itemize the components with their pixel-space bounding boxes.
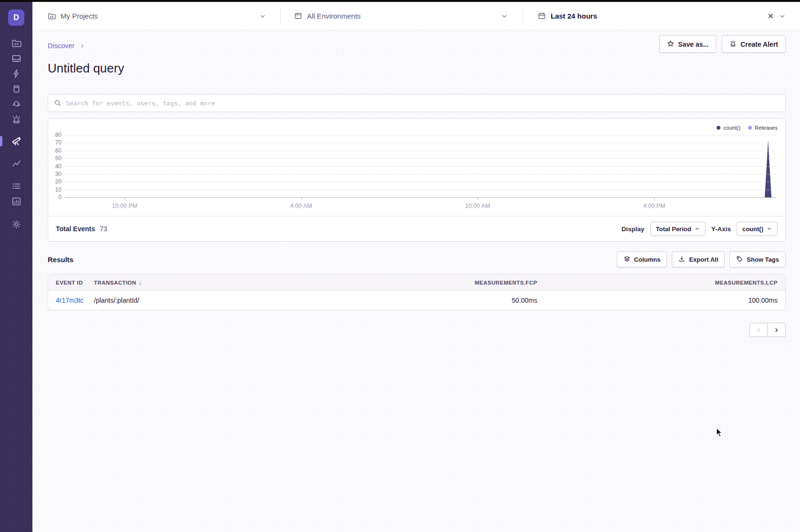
results-actions: Columns Export All Show Tags [617, 251, 786, 267]
gridline-y-30 [65, 174, 777, 174]
sort-descending-icon: ↓ [139, 279, 142, 286]
environment-selector-label: All Environments [307, 12, 361, 20]
gridline-y-10 [65, 190, 777, 190]
releases-series-dot-icon [748, 126, 752, 130]
siren-icon [729, 40, 737, 49]
sidebar-item-user-feedback[interactable] [0, 97, 32, 113]
export-all-label: Export All [689, 256, 718, 263]
sidebar-item-alerts[interactable] [0, 113, 32, 128]
content: Discover Untitled query Save as... Creat… [32, 31, 800, 532]
yaxis-label: Y-Axis [711, 225, 731, 233]
chart-section: count() Releases 01020304050607080 10:00… [48, 119, 785, 216]
chart-controls: Display Total Period Y-Axis count() [621, 222, 778, 236]
x-tick-mark [654, 197, 655, 200]
clear-date-close-icon[interactable] [767, 12, 774, 20]
gridline-y-40 [65, 166, 777, 167]
table-header-row: EVENT ID TRANSACTION ↓ MEASUREMENTS.FCP … [48, 275, 785, 291]
show-tags-button[interactable]: Show Tags [729, 251, 786, 267]
columns-button[interactable]: Columns [617, 251, 667, 267]
discover-telescope-icon [11, 135, 21, 147]
results-header-row: Results Columns Export All Show Tags [48, 251, 786, 267]
save-as-label: Save as... [678, 41, 708, 48]
projects-folder-code-icon [11, 38, 21, 50]
yaxis-select[interactable]: count() [737, 222, 778, 236]
issues-inbox-icon [11, 53, 21, 65]
activity-list-icon [11, 181, 21, 193]
columns-label: Columns [634, 256, 661, 263]
sidebar-item-performance[interactable] [0, 67, 32, 82]
chevron-down-icon[interactable] [779, 13, 786, 20]
header-actions: Save as... Create Alert [659, 35, 786, 53]
total-events-label: Total Events [56, 225, 95, 233]
create-alert-button[interactable]: Create Alert [722, 35, 786, 53]
column-header-transaction[interactable]: TRANSACTION ↓ [94, 279, 428, 286]
lcp-cell: 100.00ms [537, 291, 778, 310]
chevron-down-icon [767, 225, 772, 233]
topbar: My Projects All Environments Last 24 hou… [32, 2, 800, 31]
app: D [0, 2, 800, 532]
next-page-button[interactable] [768, 323, 786, 337]
environment-selector[interactable]: All Environments [281, 2, 523, 30]
sidebar-item-releases[interactable] [0, 82, 32, 97]
count-series-dot-icon [717, 126, 720, 130]
search-input[interactable] [66, 100, 779, 107]
display-select[interactable]: Total Period [650, 222, 706, 236]
tag-icon [736, 256, 743, 264]
page-title: Untitled query [48, 61, 786, 76]
chart-plot: 01020304050607080 10:00 PM4:00 AM10:00 A… [65, 135, 777, 197]
display-label: Display [621, 225, 644, 233]
transaction-header-label: TRANSACTION [94, 280, 136, 286]
y-tick-label: 60 [55, 147, 62, 154]
legend-item-count[interactable]: count() [717, 125, 740, 131]
transaction-cell: /plants/:plantId/ [94, 297, 428, 304]
sidebar-item-settings[interactable] [0, 217, 32, 233]
y-tick-label: 50 [55, 155, 62, 162]
sidebar: D [0, 2, 32, 532]
total-events-value: 73 [100, 225, 107, 233]
export-all-button[interactable]: Export All [672, 251, 725, 267]
chevron-down-icon [501, 13, 508, 20]
search-icon [54, 99, 62, 107]
column-header-measurements-lcp[interactable]: MEASUREMENTS.LCP [537, 280, 778, 286]
x-tick-label: 10:00 AM [465, 203, 491, 209]
legend-item-releases[interactable]: Releases [748, 125, 778, 131]
chart-legend: count() Releases [717, 125, 778, 131]
date-range-selector[interactable]: Last 24 hours [523, 2, 786, 30]
project-selector[interactable]: My Projects [48, 2, 280, 30]
previous-page-button[interactable] [749, 323, 768, 337]
settings-gear-icon [11, 219, 21, 231]
column-header-measurements-fcp[interactable]: MEASUREMENTS.FCP [428, 280, 537, 286]
gridline-y-70 [65, 143, 777, 143]
yaxis-select-value: count() [742, 225, 763, 233]
breadcrumb-discover-link[interactable]: Discover [48, 42, 74, 50]
sidebar-item-discover[interactable] [0, 133, 32, 149]
show-tags-label: Show Tags [747, 256, 779, 263]
sidebar-item-projects[interactable] [0, 36, 32, 51]
releases-package-icon [11, 84, 21, 96]
events-chart-panel: count() Releases 01020304050607080 10:00… [48, 118, 786, 242]
sidebar-item-activity[interactable] [0, 179, 32, 194]
sidebar-item-issues[interactable] [0, 51, 32, 67]
performance-lightning-icon [11, 69, 21, 81]
pagination [48, 323, 786, 337]
projects-folder-code-icon [48, 12, 56, 20]
save-as-button[interactable]: Save as... [659, 35, 716, 53]
column-header-event-id[interactable]: EVENT ID [56, 280, 94, 286]
star-icon [667, 40, 674, 49]
fcp-cell: 50.00ms [428, 291, 537, 310]
x-tick-mark [478, 197, 478, 200]
gridline-y-60 [65, 151, 777, 151]
sidebar-item-dashboards[interactable] [0, 156, 32, 172]
y-tick-label: 0 [58, 194, 62, 201]
calendar-icon [538, 12, 546, 20]
sidebar-item-stats[interactable] [0, 194, 32, 210]
alerts-siren-icon [11, 114, 21, 126]
gridline-y-80 [65, 135, 777, 135]
event-id-link[interactable]: 4r17m3tc [56, 297, 83, 304]
user-feedback-headset-icon [11, 99, 21, 111]
results-table: EVENT ID TRANSACTION ↓ MEASUREMENTS.FCP … [48, 274, 786, 310]
legend-count-label: count() [723, 125, 740, 131]
stats-bar-chart-icon [11, 196, 21, 208]
org-avatar[interactable]: D [8, 10, 24, 26]
create-alert-label: Create Alert [740, 41, 778, 48]
